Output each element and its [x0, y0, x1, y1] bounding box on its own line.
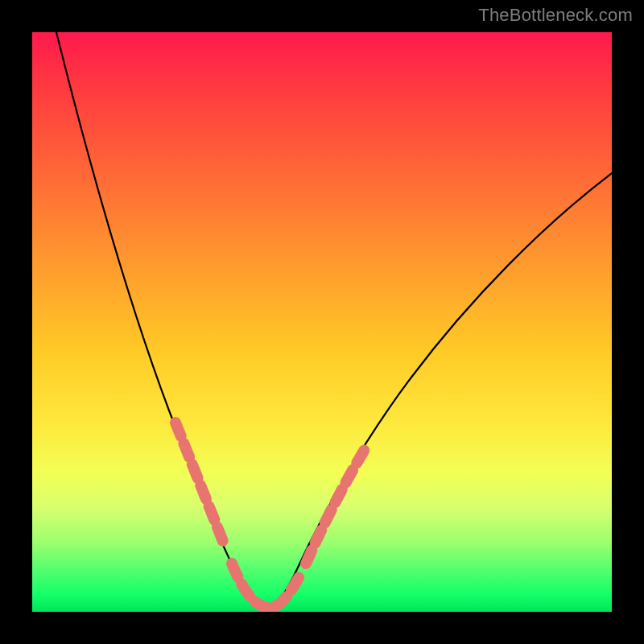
chart-container: TheBottleneck.com — [0, 0, 644, 644]
highlight-right-dash — [306, 447, 366, 564]
chart-svg — [32, 32, 612, 612]
attribution-label: TheBottleneck.com — [478, 5, 633, 26]
plot-area — [32, 32, 612, 612]
highlight-floor-dash — [232, 564, 302, 608]
highlight-left-dash — [175, 423, 224, 543]
bottleneck-curve — [56, 32, 612, 608]
